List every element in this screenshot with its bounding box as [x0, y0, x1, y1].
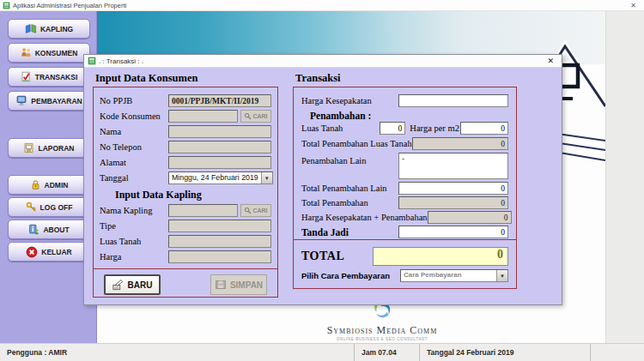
tanda-jadi-field[interactable] — [398, 226, 508, 238]
simpan-label: SIMPAN — [230, 280, 263, 290]
right-gray-panel — [605, 11, 644, 343]
new-note-icon — [112, 279, 125, 291]
sidebar-item-pembayaran[interactable]: PEMBAYARAN — [8, 91, 90, 111]
transaksi-dialog: . : Transaksi : . ✕ Input Data Konsumen … — [83, 54, 562, 305]
app-icon — [3, 2, 10, 9]
tanda-jadi-label: Tanda Jadi — [301, 227, 349, 238]
nama-field[interactable] — [168, 125, 271, 138]
kapling-section-header: Input Data Kapling — [115, 189, 271, 202]
nama-label: Nama — [100, 127, 168, 136]
sidebar-item-label: TRANSAKSI — [35, 73, 78, 81]
cari-kapling-button[interactable]: CARI — [240, 204, 271, 217]
no-telepon-field[interactable] — [168, 141, 271, 153]
sidebar-item-label: KELUAR — [41, 248, 71, 256]
sidebar-item-admin[interactable]: ADMIN — [8, 175, 90, 195]
logo-tagline: ONLINE BUSINESS & SEO CONSULTANT — [296, 337, 468, 341]
computer-icon — [15, 95, 27, 106]
cara-pembayaran-value: Cara Pembayaran — [401, 270, 496, 281]
tanggal-label: Tanggal — [100, 173, 168, 183]
sidebar-item-transaksi[interactable]: TRANSAKSI — [8, 67, 90, 87]
status-time: Jam 07.04 — [355, 344, 420, 361]
simpan-button[interactable]: SIMPAN — [210, 274, 267, 295]
harga-plus-penambahan-field — [428, 211, 512, 224]
sidebar-item-laporan[interactable]: LAPORAN — [8, 138, 90, 158]
cari-konsumen-button[interactable]: CARI — [240, 110, 271, 123]
harga-kesepakatan-label: Harga Kesepakatan — [301, 96, 372, 105]
dialog-icon — [88, 57, 96, 65]
sidebar-item-label: LAPORAN — [38, 144, 74, 153]
padlock-icon — [30, 179, 41, 190]
tanggal-dropdown[interactable]: Minggu, 24 Februari 2019 ▼ — [168, 171, 273, 184]
dialog-titlebar[interactable]: . : Transaksi : . ✕ — [84, 55, 562, 68]
konsumen-groupbox: No PPJB Kode Konsumen CARI Nama No T — [93, 87, 278, 298]
penambahan-header: Penambahan : — [310, 111, 508, 121]
sidebar-item-logoff[interactable]: LOG OFF — [8, 197, 90, 217]
baru-label: BARU — [128, 280, 153, 290]
search-icon — [244, 207, 252, 214]
transaksi-section-header: Transaksi — [295, 72, 341, 85]
book-map-icon — [25, 23, 37, 34]
sidebar-item-label: ADMIN — [45, 181, 69, 190]
penambahan-luas-tanah-label: Luas Tanah — [301, 123, 343, 133]
status-empty — [591, 344, 644, 361]
sidebar-item-label: PEMBAYARAN — [31, 97, 82, 105]
keys-icon — [26, 202, 37, 213]
penambahan-lain-field[interactable]: - — [398, 153, 508, 179]
konsumen-section-header: Input Data Konsumen — [95, 72, 197, 85]
total-penambahan-field — [398, 196, 508, 209]
harga-per-m2-label: Harga per m2 — [410, 123, 459, 133]
tipe-label: Tipe — [100, 221, 168, 231]
sidebar-item-label: KONSUMEN — [35, 49, 78, 57]
kode-konsumen-label: Kode Konsumen — [100, 111, 168, 121]
dropdown-arrow-icon[interactable]: ▼ — [496, 270, 507, 281]
dropdown-arrow-icon[interactable]: ▼ — [261, 172, 272, 184]
luas-tanah-field[interactable] — [168, 235, 271, 248]
total-penambahan-luas-label: Total Penambahan Luas Tanah — [301, 139, 412, 148]
sidebar-item-konsumen[interactable]: KONSUMEN — [8, 43, 90, 63]
cari-label: CARI — [252, 113, 267, 119]
tanggal-value: Minggu, 24 Februari 2019 — [169, 172, 261, 184]
penambahan-lain-label: Penambahan Lain — [301, 156, 367, 165]
app-titlebar: Aplikasi Administrasi Penjualan Properti… — [0, 0, 644, 11]
people-icon — [21, 47, 32, 58]
penambahan-luas-tanah-field[interactable] — [380, 122, 405, 135]
luas-tanah-label: Luas Tanah — [100, 237, 168, 246]
sidebar-item-kapling[interactable]: KAPLING — [8, 19, 90, 39]
transaksi-groupbox: Harga Kesepakatan Penambahan : Luas Tana… — [293, 87, 517, 240]
pilih-cara-pembayaran-label: Pilih Cara Pembayaran — [301, 271, 390, 280]
status-bar: Pengguna : AMIR Jam 07.04 Tanggal 24 Feb… — [0, 343, 644, 361]
total-label: TOTAL — [301, 250, 344, 263]
harga-per-m2-field[interactable] — [460, 122, 508, 135]
logo-name: Symbiosis Media Comm — [296, 324, 468, 337]
sidebar-item-label: LOG OFF — [40, 203, 73, 212]
sidebar-item-about[interactable]: ABOUT — [8, 220, 90, 239]
total-penambahan-label: Total Penambahan — [301, 198, 368, 208]
no-ppjb-field — [168, 94, 271, 107]
application-window: Aplikasi Administrasi Penjualan Properti… — [0, 0, 644, 361]
no-ppjb-label: No PPJB — [100, 96, 168, 105]
harga-kesepakatan-field[interactable] — [398, 94, 508, 107]
search-icon — [244, 112, 252, 120]
dialog-body: Input Data Konsumen No PPJB Kode Konsume… — [84, 68, 562, 304]
app-title: Aplikasi Administrasi Penjualan Properti — [13, 2, 126, 9]
total-groupbox: TOTAL 0 Pilih Cara Pembayaran Cara Pemba… — [293, 239, 517, 289]
app-close-icon[interactable]: ✕ — [625, 2, 641, 9]
nama-kapling-field[interactable] — [168, 204, 238, 217]
kode-konsumen-field[interactable] — [168, 110, 238, 123]
total-value-field: 0 — [373, 247, 508, 266]
total-penambahan-lain-field[interactable] — [398, 182, 508, 195]
cara-pembayaran-dropdown[interactable]: Cara Pembayaran ▼ — [400, 269, 508, 282]
baru-button[interactable]: BARU — [104, 274, 161, 295]
total-penambahan-luas-field — [412, 137, 508, 150]
sidebar-item-keluar[interactable]: KELUAR — [8, 242, 90, 262]
document-check-icon — [21, 71, 32, 82]
harga-field[interactable] — [168, 250, 271, 263]
exit-red-x-icon — [26, 246, 38, 258]
tipe-field[interactable] — [168, 220, 271, 232]
no-telepon-label: No Telepon — [100, 142, 168, 152]
cari-label: CARI — [252, 208, 267, 214]
alamat-field[interactable] — [168, 156, 271, 169]
dialog-title: . : Transaksi : . — [99, 57, 143, 65]
dialog-close-icon[interactable]: ✕ — [543, 57, 558, 65]
total-penambahan-lain-label: Total Penambahan Lain — [301, 184, 387, 193]
